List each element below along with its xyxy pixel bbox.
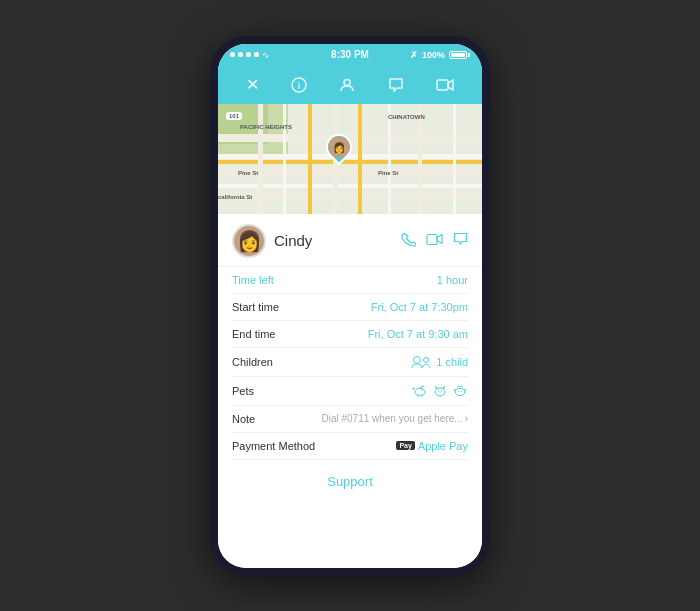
children-icons: 1 child <box>411 355 468 369</box>
profile-actions <box>401 232 468 250</box>
map-shield-101: 101 <box>226 112 242 120</box>
svg-point-7 <box>415 388 425 396</box>
svg-point-12 <box>456 388 465 395</box>
note-value: Dial #0711 when you get here... › <box>321 413 468 424</box>
wifi-icon: ∿ <box>262 50 270 60</box>
svg-point-2 <box>344 79 350 85</box>
signal-dot-3 <box>246 52 251 57</box>
profile-name: Cindy <box>274 232 401 249</box>
children-label: Children <box>232 356 273 368</box>
time-left-value: 1 hour <box>437 274 468 286</box>
time-left-row: Time left 1 hour <box>232 267 468 294</box>
phone-frame: ∿ 8:30 PM ✗ 100% ✕ i <box>210 36 490 576</box>
profile-row: 👩 Cindy <box>218 214 482 267</box>
svg-point-5 <box>414 356 421 363</box>
support-row[interactable]: Support <box>218 460 482 502</box>
svg-rect-4 <box>427 235 437 245</box>
map-background: Pine St Pine St PACIFIC HEIGHTS CHINATOW… <box>218 104 482 214</box>
applepay-logo: Pay <box>396 441 414 450</box>
info-section: Time left 1 hour Start time Fri, Oct 7 a… <box>218 267 482 460</box>
note-label: Note <box>232 413 255 425</box>
pets-row: Pets <box>232 377 468 406</box>
content-area: 👩 Cindy <box>218 214 482 568</box>
svg-point-6 <box>424 357 429 362</box>
map-pin: 👩 <box>326 134 352 160</box>
svg-point-10 <box>438 390 439 391</box>
video-button[interactable] <box>436 78 454 92</box>
pets-label: Pets <box>232 385 254 397</box>
end-time-value: Fri, Oct 7 at 9:30 am <box>368 328 468 340</box>
signal-dot-1 <box>230 52 235 57</box>
pets-icons <box>412 384 468 398</box>
info-button[interactable]: i <box>291 77 307 93</box>
map-area: Pine St Pine St PACIFIC HEIGHTS CHINATOW… <box>218 104 482 214</box>
note-row[interactable]: Note Dial #0711 when you get here... › <box>232 406 468 433</box>
battery-percent: 100% <box>422 50 445 60</box>
map-pin-avatar: 👩 <box>328 136 350 158</box>
close-button[interactable]: ✕ <box>246 75 259 94</box>
svg-point-11 <box>441 390 442 391</box>
nav-bar: ✕ i <box>218 66 482 104</box>
map-label-pine2: Pine St <box>378 170 398 176</box>
payment-label: Payment Method <box>232 440 315 452</box>
payment-row[interactable]: Payment Method Pay Apple Pay <box>232 433 468 460</box>
video-call-button[interactable] <box>426 232 443 249</box>
start-time-label: Start time <box>232 301 279 313</box>
start-time-value: Fri, Oct 7 at 7:30pm <box>371 301 468 313</box>
battery-icon <box>449 51 470 59</box>
map-label-pine: Pine St <box>238 170 258 176</box>
chat-button[interactable] <box>388 77 404 93</box>
avatar: 👩 <box>232 224 266 258</box>
children-row: Children 1 child <box>232 348 468 377</box>
apple-pay-text: Apple Pay <box>418 440 468 452</box>
signal-dot-2 <box>238 52 243 57</box>
support-text[interactable]: Support <box>327 474 373 489</box>
start-time-row: Start time Fri, Oct 7 at 7:30pm <box>232 294 468 321</box>
svg-point-13 <box>458 390 459 391</box>
apple-pay: Pay Apple Pay <box>396 440 468 452</box>
svg-point-9 <box>435 388 445 396</box>
call-button[interactable] <box>401 232 416 250</box>
map-label-heights: PACIFIC HEIGHTS <box>240 124 292 130</box>
signal-dot-4 <box>254 52 259 57</box>
status-left: ∿ <box>230 50 270 60</box>
svg-point-8 <box>421 389 423 391</box>
end-time-row: End time Fri, Oct 7 at 9:30 am <box>232 321 468 348</box>
svg-rect-3 <box>437 80 448 90</box>
svg-text:i: i <box>298 81 301 91</box>
status-bar: ∿ 8:30 PM ✗ 100% <box>218 44 482 66</box>
message-button[interactable] <box>453 232 468 249</box>
end-time-label: End time <box>232 328 275 340</box>
person-button[interactable] <box>339 77 355 93</box>
svg-point-14 <box>461 390 462 391</box>
time-left-label: Time left <box>232 274 274 286</box>
map-label-chinatown: CHINATOWN <box>388 114 425 120</box>
map-label-california: california St <box>218 194 252 200</box>
status-right: ✗ 100% <box>410 50 470 60</box>
phone-screen: ∿ 8:30 PM ✗ 100% ✕ i <box>218 44 482 568</box>
status-time: 8:30 PM <box>331 49 369 60</box>
map-pin-circle: 👩 <box>321 128 358 165</box>
bluetooth-icon: ✗ <box>410 50 418 60</box>
children-count: 1 child <box>436 356 468 368</box>
